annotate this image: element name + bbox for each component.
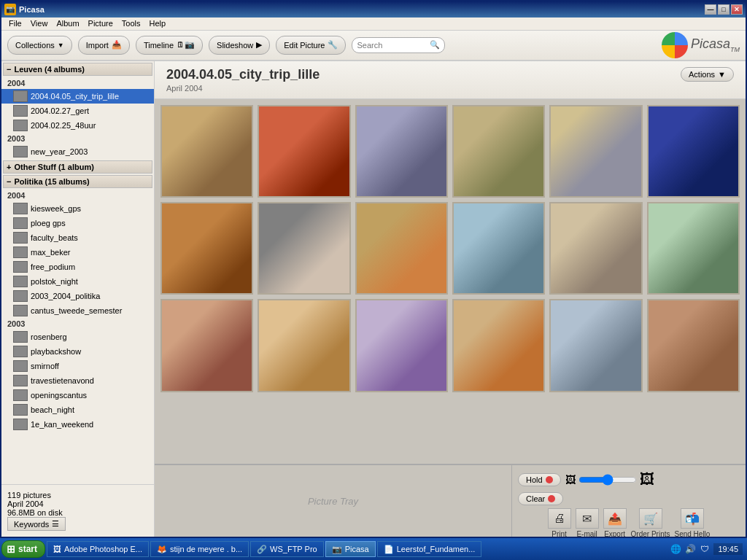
photo-9[interactable] — [355, 202, 448, 295]
photo-15[interactable] — [355, 299, 448, 392]
search-box[interactable]: 🔍 — [352, 37, 445, 53]
slideshow-button[interactable]: Slideshow ▶ — [209, 36, 270, 55]
photo-1[interactable] — [160, 105, 253, 198]
album-ploeg-gps[interactable]: ploeg gps — [1, 216, 154, 230]
actions-button[interactable]: Actions ▼ — [681, 67, 734, 82]
album-cantus[interactable]: cantus_tweede_semester — [1, 303, 154, 318]
doc-icon: 📄 — [384, 545, 394, 554]
actions-arrow: ▼ — [718, 70, 726, 79]
taskbar-photoshop[interactable]: 🖼 Adobe Photoshop E... — [47, 541, 149, 557]
export-label: Export — [604, 530, 625, 537]
photo-2[interactable] — [258, 105, 350, 198]
email-button[interactable]: ✉ E-mail — [576, 508, 599, 537]
ftp-icon: 🔗 — [257, 545, 267, 554]
slideshow-label: Slideshow — [217, 41, 253, 50]
photo-14[interactable] — [258, 299, 350, 392]
album-beach-night[interactable]: beach_night — [1, 402, 154, 417]
minimize-button[interactable]: — — [705, 4, 716, 15]
hold-button[interactable]: Hold — [518, 473, 561, 486]
footer-date: April 2004 — [7, 499, 148, 508]
photo-7[interactable] — [160, 202, 253, 295]
menu-picture[interactable]: Picture — [84, 19, 117, 28]
print-button[interactable]: 🖨 Print — [548, 508, 571, 537]
album-thumb-48uur — [13, 120, 28, 131]
menubar: File View Album Picture Tools Help — [1, 18, 746, 31]
album-kiesweek[interactable]: kiesweek_gps — [1, 201, 154, 216]
send-hello-button[interactable]: 📬 Send Hello — [674, 508, 710, 537]
group-leuven[interactable]: − Leuven (4 albums) — [3, 63, 152, 76]
album-1e-kan[interactable]: 1e_kan_weekend — [1, 417, 154, 432]
menu-view[interactable]: View — [26, 19, 53, 28]
import-button[interactable]: Import 📥 — [78, 36, 130, 55]
year-2004-g3: 2004 — [1, 190, 154, 201]
album-48uur[interactable]: 2004.02.25_48uur — [1, 118, 154, 133]
album-rosenberg[interactable]: rosenberg — [1, 330, 154, 344]
album-openings[interactable]: openingscantus — [1, 388, 154, 402]
album-max-beker[interactable]: max_beker — [1, 245, 154, 260]
group-politika[interactable]: − Politika (15 albums) — [3, 175, 152, 188]
menu-album[interactable]: Album — [52, 19, 83, 28]
photo-12[interactable] — [647, 202, 740, 295]
year-2004-g1: 2004 — [1, 77, 154, 89]
size-slider-container: 🖼 🖼 — [565, 471, 654, 488]
network-icon: 🌐 — [670, 543, 681, 555]
photo-13[interactable] — [160, 299, 253, 392]
close-button[interactable]: ✕ — [731, 4, 743, 15]
start-button[interactable]: ⊞ start — [1, 540, 45, 558]
photo-10[interactable] — [452, 202, 545, 295]
album-polstok[interactable]: polstok_night — [1, 274, 154, 289]
clear-button[interactable]: Clear — [518, 492, 563, 505]
search-input[interactable] — [357, 41, 430, 50]
taskbar-leerstof[interactable]: 📄 Leerstof_Fundamen... — [377, 541, 482, 557]
album-smirnoff[interactable]: smirnoff — [1, 359, 154, 373]
picasa-taskbar-icon: 📷 — [332, 545, 342, 554]
album-travesti[interactable]: travestietenavond — [1, 373, 154, 388]
album-thumb-kiesweek — [13, 203, 28, 214]
album-new-year[interactable]: new_year_2003 — [1, 144, 154, 159]
collections-button[interactable]: Collections ▼ — [7, 36, 72, 55]
taskbar-firefox[interactable]: 🦊 stijn de meyere . b... — [150, 541, 249, 557]
group-leuven-toggle: − — [7, 65, 11, 74]
taskbar-picasa[interactable]: 📷 Picasa — [325, 541, 376, 557]
photo-18[interactable] — [647, 299, 740, 392]
timeline-button[interactable]: Timeline 🗓📷 — [136, 36, 203, 55]
album-thumb-cantus — [13, 305, 28, 316]
album-gert[interactable]: 2004.02.27_gert — [1, 104, 154, 118]
sidebar: − Leuven (4 albums) 2004 2004.04.05_city… — [1, 61, 155, 537]
order-prints-icon: 🛒 — [639, 508, 662, 529]
logo-circle-icon — [662, 32, 688, 58]
group-other-stuff[interactable]: + Other Stuff (1 album) — [3, 160, 152, 174]
photo-17[interactable] — [549, 299, 642, 392]
order-prints-label: Order Prints — [631, 530, 670, 537]
photo-3[interactable] — [355, 105, 448, 198]
maximize-button[interactable]: □ — [718, 4, 729, 15]
keywords-icon: ☰ — [52, 519, 59, 529]
menu-tools[interactable]: Tools — [117, 19, 145, 28]
print-icon: 🖨 — [548, 508, 571, 529]
photo-16[interactable] — [452, 299, 545, 392]
album-city-trip-lille[interactable]: 2004.04.05_city_trip_lille — [1, 89, 154, 104]
photo-8[interactable] — [258, 202, 350, 295]
edit-picture-button[interactable]: Edit Picture 🔧 — [276, 36, 346, 55]
export-button[interactable]: 📤 Export — [603, 508, 627, 537]
album-2003-2004[interactable]: 2003_2004_politika — [1, 289, 154, 303]
menu-help[interactable]: Help — [145, 19, 171, 28]
menu-file[interactable]: File — [4, 19, 26, 28]
tray-empty-label: Picture Tray — [308, 496, 358, 507]
photo-5[interactable] — [549, 105, 642, 198]
logo-text: PicasaTM — [691, 36, 740, 53]
album-faculty[interactable]: faculty_beats — [1, 230, 154, 245]
taskbar-wsftp[interactable]: 🔗 WS_FTP Pro — [250, 541, 324, 557]
size-slider-input[interactable] — [578, 474, 637, 486]
photo-4[interactable] — [452, 105, 545, 198]
keywords-button[interactable]: Keywords ☰ — [7, 517, 66, 531]
album-free-podium[interactable]: free_podium — [1, 260, 154, 274]
photo-6[interactable] — [647, 105, 740, 198]
order-prints-button[interactable]: 🛒 Order Prints — [631, 508, 670, 537]
photo-11[interactable] — [549, 202, 642, 295]
album-thumb-2003 — [13, 290, 28, 302]
import-label: Import — [86, 41, 109, 50]
album-playback[interactable]: playbackshow — [1, 344, 154, 359]
edit-icon: 🔧 — [328, 40, 338, 50]
album-thumb-new-year — [13, 146, 28, 158]
